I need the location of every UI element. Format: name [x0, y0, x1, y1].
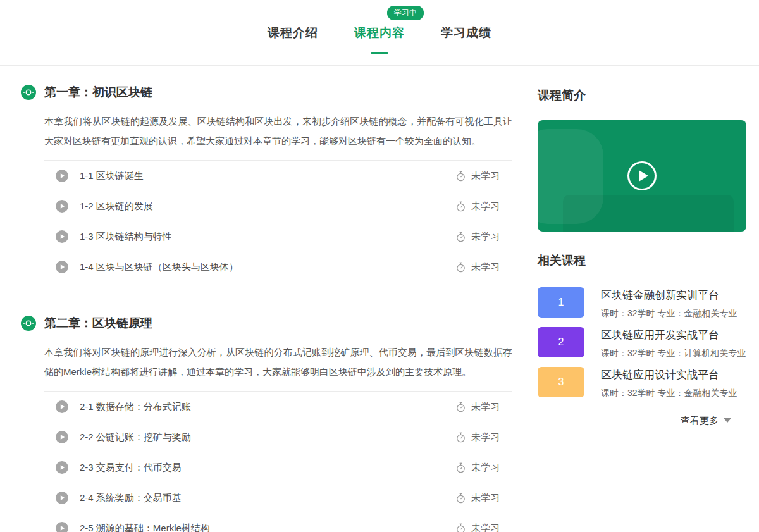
course-number-badge: 1 [538, 287, 584, 318]
play-triangle-icon [639, 170, 648, 182]
stopwatch-icon [456, 432, 466, 443]
lesson-list: 1-1 区块链诞生 未学习 1-2 区块链的发展 [44, 161, 512, 282]
tab-course-content[interactable]: 学习中 课程内容 [354, 22, 405, 44]
lesson-status-label: 未学习 [471, 201, 500, 213]
course-intro-heading: 课程简介 [538, 87, 746, 104]
course-meta: 课时：32学时 专业：金融相关专业 [601, 388, 737, 399]
chapter-header: 第一章：初识区块链 [21, 84, 512, 101]
related-courses-heading: 相关课程 [538, 252, 746, 269]
related-course-item[interactable]: 2 区块链应用开发实战平台 课时：32学时 专业：计算机相关专业 [538, 327, 746, 359]
lesson-title: 2-5 溯源的基础：Merkle树结构 [80, 523, 210, 532]
course-title: 区块链应用开发实战平台 [601, 328, 746, 342]
lesson-row[interactable]: 2-2 公链记账：挖矿与奖励 未学习 [44, 422, 512, 452]
course-number-badge: 3 [538, 367, 584, 397]
lesson-title: 2-4 系统奖励：交易币基 [80, 492, 182, 504]
tab-label: 课程内容 [354, 26, 405, 39]
play-icon[interactable] [56, 200, 68, 213]
stopwatch-icon [456, 262, 466, 273]
chapter-title: 第一章：初识区块链 [44, 84, 152, 101]
lesson-title: 2-3 交易支付：代币交易 [80, 462, 182, 474]
play-icon[interactable] [56, 461, 68, 474]
course-tab-bar: 课程介绍 学习中 课程内容 学习成绩 [0, 0, 759, 66]
related-course-list: 1 区块链金融创新实训平台 课时：32学时 专业：金融相关专业 2 区块链应用开… [538, 287, 746, 399]
lesson-status-label: 未学习 [471, 401, 500, 413]
lesson-status: 未学习 [456, 170, 500, 182]
course-intro-video[interactable] [538, 120, 746, 232]
video-play-button[interactable] [627, 161, 657, 190]
lesson-row[interactable]: 1-3 区块链结构与特性 未学习 [44, 221, 512, 252]
play-icon[interactable] [56, 400, 68, 413]
lesson-status: 未学习 [456, 231, 500, 243]
lesson-row[interactable]: 2-3 交易支付：代币交易 未学习 [44, 452, 512, 483]
lesson-row[interactable]: 1-1 区块链诞生 未学习 [44, 161, 512, 191]
play-icon[interactable] [56, 522, 68, 532]
lesson-title: 1-2 区块链的发展 [80, 201, 153, 213]
lesson-row[interactable]: 1-4 区块与区块链（区块头与区块体） 未学习 [44, 252, 512, 282]
chapter-list: 第一章：初识区块链 本章我们将从区块链的起源及发展、区块链结构和区块出发，来初步… [21, 66, 512, 532]
lesson-status-label: 未学习 [471, 261, 500, 273]
lesson-title: 2-1 数据存储：分布式记账 [80, 401, 191, 413]
lesson-status: 未学习 [456, 401, 500, 413]
stopwatch-icon [456, 402, 466, 412]
tab-label: 课程介绍 [268, 26, 318, 39]
chapter-description: 本章我们将从区块链的起源及发展、区块链结构和区块出发，来初步介绍区块链的概念，并… [44, 111, 512, 151]
lesson-list: 2-1 数据存储：分布式记账 未学习 2-2 公链记账：挖矿与奖励 [44, 392, 512, 532]
view-more-link[interactable]: 查看更多 [538, 415, 746, 427]
course-text: 区块链应用设计实战平台 课时：32学时 专业：金融相关专业 [601, 367, 737, 399]
chevron-down-icon [724, 418, 731, 423]
chapter-title: 第二章：区块链原理 [44, 315, 152, 331]
lesson-status-label: 未学习 [471, 462, 500, 474]
view-more-label: 查看更多 [681, 415, 719, 426]
tab-label: 学习成绩 [441, 26, 491, 39]
video-decor-shape [563, 195, 734, 232]
lesson-status-label: 未学习 [471, 231, 500, 243]
play-icon[interactable] [56, 230, 68, 243]
lesson-row[interactable]: 2-1 数据存储：分布式记账 未学习 [44, 392, 512, 422]
lesson-status-label: 未学习 [471, 523, 500, 532]
related-course-item[interactable]: 3 区块链应用设计实战平台 课时：32学时 专业：金融相关专业 [538, 367, 746, 399]
stopwatch-icon [456, 232, 466, 242]
lesson-status-label: 未学习 [471, 431, 500, 443]
chapter-description: 本章我们将对区块链的原理进行深入分析，从区块链的分布式记账到挖矿原理、代币交易，… [44, 342, 512, 381]
tab-course-grades[interactable]: 学习成绩 [441, 22, 491, 44]
stopwatch-icon [456, 201, 466, 212]
chapter-section: 第一章：初识区块链 本章我们将从区块链的起源及发展、区块链结构和区块出发，来初步… [21, 84, 512, 282]
lesson-status: 未学习 [456, 523, 500, 532]
studying-badge: 学习中 [387, 6, 424, 20]
related-course-item[interactable]: 1 区块链金融创新实训平台 课时：32学时 专业：金融相关专业 [538, 287, 746, 319]
chapter-node-icon [21, 85, 36, 100]
chapter-section: 第二章：区块链原理 本章我们将对区块链的原理进行深入分析，从区块链的分布式记账到… [21, 315, 512, 532]
chapter-node-icon [21, 316, 36, 331]
sidebar: 课程简介 相关课程 1 区块链金融创新实训平台 课时：32学时 专业：金融相关专… [538, 66, 746, 532]
play-icon[interactable] [56, 261, 68, 273]
page-body: 第一章：初识区块链 本章我们将从区块链的起源及发展、区块链结构和区块出发，来初步… [0, 66, 759, 532]
lesson-row[interactable]: 2-5 溯源的基础：Merkle树结构 未学习 [44, 513, 512, 532]
course-number-badge: 2 [538, 327, 584, 357]
lesson-row[interactable]: 2-4 系统奖励：交易币基 未学习 [44, 483, 512, 513]
course-title: 区块链应用设计实战平台 [601, 368, 737, 382]
lesson-row[interactable]: 1-2 区块链的发展 未学习 [44, 191, 512, 221]
play-icon[interactable] [56, 170, 68, 182]
active-tab-underline [371, 52, 388, 54]
course-meta: 课时：32学时 专业：金融相关专业 [601, 308, 737, 319]
lesson-status: 未学习 [456, 201, 500, 213]
course-text: 区块链金融创新实训平台 课时：32学时 专业：金融相关专业 [601, 287, 737, 319]
lesson-title: 1-1 区块链诞生 [80, 170, 144, 182]
lesson-status: 未学习 [456, 462, 500, 474]
lesson-status: 未学习 [456, 261, 500, 273]
lesson-title: 1-4 区块与区块链（区块头与区块体） [80, 261, 238, 273]
lesson-status-label: 未学习 [471, 492, 500, 504]
play-icon[interactable] [56, 431, 68, 443]
stopwatch-icon [456, 171, 466, 182]
lesson-status: 未学习 [456, 431, 500, 443]
lesson-status-label: 未学习 [471, 170, 500, 182]
course-title: 区块链金融创新实训平台 [601, 288, 737, 302]
lesson-title: 2-2 公链记账：挖矿与奖励 [80, 431, 191, 443]
stopwatch-icon [456, 523, 466, 532]
lesson-title: 1-3 区块链结构与特性 [80, 231, 172, 243]
chapter-header: 第二章：区块链原理 [21, 315, 512, 331]
stopwatch-icon [456, 493, 466, 504]
tab-course-intro[interactable]: 课程介绍 [268, 22, 318, 44]
play-icon[interactable] [56, 492, 68, 504]
course-text: 区块链应用开发实战平台 课时：32学时 专业：计算机相关专业 [601, 327, 746, 359]
